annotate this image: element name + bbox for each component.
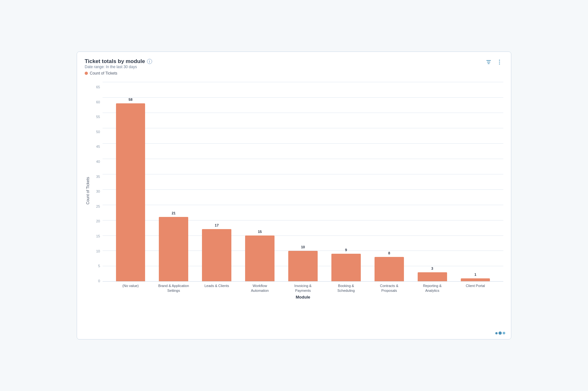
- y-tick-65: 65: [96, 85, 100, 89]
- logo-dot-3: [503, 332, 505, 334]
- bar-group-7[interactable]: 3: [411, 82, 454, 281]
- x-tick-2: Leads & Clients: [195, 282, 238, 293]
- y-tick-55: 55: [96, 115, 100, 119]
- y-tick-35: 35: [96, 175, 100, 179]
- x-tick-8: Client Portal: [454, 282, 497, 293]
- chart-inner: 58211715109831 (No value)Brand & Applica…: [103, 82, 503, 299]
- bar-group-3[interactable]: 15: [238, 82, 282, 281]
- x-tick-5: Booking &Scheduling: [324, 282, 368, 293]
- bar-value-label-4: 10: [301, 245, 305, 249]
- card-actions: [485, 58, 503, 66]
- svg-rect-2: [488, 63, 490, 64]
- x-tick-4: Invoicing &Payments: [282, 282, 325, 293]
- x-tick-0: (No value): [109, 282, 152, 293]
- y-tick-45: 45: [96, 145, 100, 148]
- bar-4: 10: [288, 251, 318, 282]
- bar-5: 9: [331, 254, 361, 281]
- filter-button[interactable]: [485, 58, 492, 66]
- y-axis: 65605550454035302520151050: [91, 82, 103, 299]
- bar-group-0[interactable]: 58: [109, 82, 152, 281]
- logo-dot-2: [499, 331, 502, 335]
- bar-7: 3: [418, 272, 447, 282]
- y-axis-title: Count of Tickets: [86, 177, 90, 204]
- info-icon[interactable]: i: [147, 59, 152, 64]
- bar-group-1[interactable]: 21: [152, 82, 195, 281]
- x-tick-7: Reporting &Analytics: [411, 282, 454, 293]
- bar-value-label-6: 8: [388, 251, 390, 255]
- chart-with-y-title: Count of Tickets 65605550454035302520151…: [85, 82, 503, 299]
- x-tick-1: Brand & ApplicationSettings: [152, 282, 195, 293]
- filter-icon: [485, 59, 492, 65]
- more-options-icon: [496, 59, 503, 65]
- bar-group-2[interactable]: 17: [195, 82, 238, 281]
- y-tick-30: 30: [96, 189, 100, 193]
- svg-rect-0: [486, 60, 491, 61]
- legend-label: Count of Tickets: [90, 71, 117, 76]
- y-tick-15: 15: [96, 234, 100, 238]
- y-tick-10: 10: [96, 249, 100, 253]
- bar-value-label-5: 9: [345, 248, 347, 252]
- x-tick-3: WorkflowAutomation: [238, 282, 282, 293]
- bar-2: 17: [202, 229, 231, 281]
- logo-dot-1: [495, 332, 498, 334]
- chart-legend: Count of Tickets: [85, 71, 152, 76]
- bar-group-6[interactable]: 8: [368, 82, 411, 281]
- bar-group-5[interactable]: 9: [324, 82, 368, 281]
- bar-value-label-2: 17: [215, 223, 219, 227]
- y-tick-0: 0: [98, 279, 100, 283]
- y-tick-60: 60: [96, 100, 100, 104]
- y-tick-5: 5: [98, 264, 100, 268]
- bar-0: 58: [116, 103, 145, 281]
- bars-container: 58211715109831: [103, 82, 503, 281]
- date-range: Date range: In the last 30 days: [85, 65, 152, 69]
- bar-group-8[interactable]: 1: [454, 82, 497, 281]
- y-tick-25: 25: [96, 204, 100, 208]
- svg-point-4: [499, 62, 500, 63]
- chart-title: Ticket totals by module: [85, 58, 145, 65]
- bar-3: 15: [245, 235, 275, 282]
- svg-point-5: [499, 64, 500, 65]
- bottom-right-logo: [495, 331, 505, 335]
- y-tick-40: 40: [96, 160, 100, 164]
- y-tick-50: 50: [96, 130, 100, 134]
- bar-value-label-3: 15: [258, 230, 262, 234]
- y-axis-title-wrapper: Count of Tickets: [85, 82, 91, 299]
- card-header: Ticket totals by module i Date range: In…: [85, 58, 503, 81]
- x-tick-6: Contracts &Proposals: [368, 282, 411, 293]
- bar-value-label-8: 1: [475, 273, 476, 276]
- card-title-row: Ticket totals by module i: [85, 58, 152, 65]
- bar-value-label-1: 21: [172, 211, 175, 215]
- bar-value-label-7: 3: [431, 267, 433, 270]
- x-axis-title: Module: [103, 295, 503, 299]
- svg-rect-1: [487, 62, 490, 62]
- bar-group-4[interactable]: 10: [282, 82, 325, 281]
- chart-card: Ticket totals by module i Date range: In…: [77, 52, 511, 339]
- svg-point-3: [499, 60, 500, 61]
- plot-area: 58211715109831: [103, 82, 503, 282]
- x-axis: (No value)Brand & ApplicationSettingsLea…: [103, 282, 503, 293]
- bar-1: 21: [159, 217, 188, 281]
- y-tick-20: 20: [96, 219, 100, 223]
- more-options-button[interactable]: [496, 58, 503, 66]
- legend-dot: [85, 72, 88, 75]
- bar-value-label-0: 58: [128, 98, 132, 101]
- bar-6: 8: [375, 257, 404, 282]
- bar-8: 1: [461, 278, 490, 282]
